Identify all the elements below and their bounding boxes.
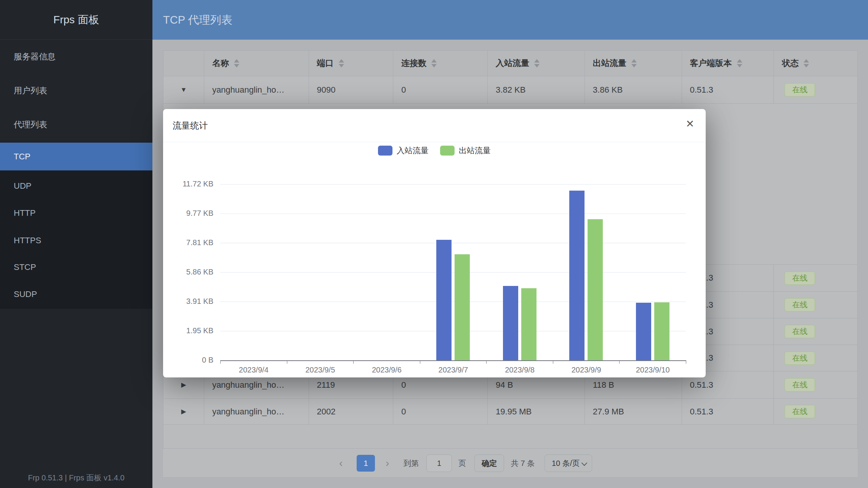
outbound-bar-2023/9/9 [588,219,603,360]
port-cell: 2002 [309,399,394,424]
status-badge: 在线 [785,271,815,285]
y-axis-tick-label: 11.72 KB [168,180,213,188]
sort-icon[interactable] [234,59,239,67]
status-badge: 在线 [785,325,815,338]
sort-icon[interactable] [631,59,637,67]
sidebar-item-label: 用户列表 [14,86,47,95]
status-cell: 在线 [774,399,857,424]
name-cell: yanghuanglin_ho… [204,399,309,424]
x-axis-tick [287,360,287,364]
status-cell: 在线 [774,265,857,291]
sidebar-item-user-list[interactable]: 用户列表 [0,77,152,104]
sort-icon[interactable] [737,59,742,67]
x-axis-tick-label: 2023/9/4 [220,366,287,374]
expand-row-icon[interactable]: ▶ [181,408,186,416]
prev-page-button[interactable]: ‹ [339,458,343,469]
column-header-客户端版本[interactable]: 客户端版本 [682,51,774,76]
outbound-bar-2023/9/10 [654,302,669,360]
traffic_in-cell: 3.82 KB [488,76,585,103]
column-label: 出站流量 [593,58,626,69]
x-axis-tick-label: 2023/9/7 [420,366,487,374]
top-header-bar: TCP 代理列表 [152,0,868,40]
gridline [220,214,686,214]
status-badge: 在线 [785,298,815,311]
status-badge: 在线 [785,83,815,96]
status-cell: 在线 [774,292,857,318]
sidebar-item-https[interactable]: HTTPS [0,226,152,254]
page-size-value: 10 条/页 [552,459,580,467]
traffic_out-cell: 27.9 MB [585,399,682,424]
status-cell: 在线 [774,345,857,371]
x-axis-tick [553,360,553,364]
traffic-bar-chart: 11.72 KB9.77 KB7.81 KB5.86 KB3.91 KB1.95… [163,109,706,377]
table-header-row: 名称端口连接数入站流量出站流量客户端版本状态 [163,51,857,76]
connections-cell: 0 [393,399,488,424]
gridline [220,184,686,185]
outbound-bar-2023/9/8 [521,288,536,360]
column-label: 名称 [212,58,229,69]
y-axis-tick-label: 3.91 KB [168,297,213,306]
gridline [220,272,686,273]
y-axis-tick-label: 0 B [168,356,213,364]
status-cell: 在线 [774,318,857,345]
x-axis-tick [353,360,354,364]
x-axis-tick [420,360,420,364]
x-axis-tick-label: 2023/9/8 [487,366,553,374]
status-cell: 在线 [774,371,857,398]
client_version-cell: 0.51.3 [682,76,774,103]
x-axis-tick [686,360,686,364]
page-size-select[interactable]: 10 条/页 [545,454,592,472]
column-header-端口[interactable]: 端口 [309,51,394,76]
sidebar-item-server-info[interactable]: 服务器信息 [0,43,152,71]
y-axis-tick-label: 7.81 KB [168,238,213,247]
column-header-状态[interactable]: 状态 [774,51,857,76]
column-header-连接数[interactable]: 连接数 [393,51,488,76]
sidebar-item-http[interactable]: HTTP [0,199,152,227]
column-header-入站流量[interactable]: 入站流量 [488,51,585,76]
sort-icon[interactable] [431,59,437,67]
gridline [220,302,686,302]
sidebar-item-label: 服务器信息 [14,52,56,61]
table-bottom-padding [163,425,857,449]
goto-label: 到第 [404,458,419,468]
connections-cell: 0 [393,76,488,103]
client_version-cell: 0.51.3 [682,399,774,424]
page-number-input[interactable]: 1 [426,454,452,472]
status-badge: 在线 [785,378,815,392]
sidebar: Frps 面板 服务器信息 用户列表 代理列表 TCP UDP HTTP HTT… [0,0,152,488]
traffic_in-cell: 19.95 MB [488,399,585,424]
x-axis-tick [486,360,487,364]
table-row[interactable]: ▼yanghuanglin_ho…909003.82 KB3.86 KB0.51… [163,76,857,104]
page-unit-label: 页 [458,458,466,468]
sort-icon[interactable] [534,59,540,67]
column-label: 端口 [317,58,334,69]
sidebar-item-proxy-list[interactable]: 代理列表 [0,111,152,138]
column-header-名称[interactable]: 名称 [204,51,309,76]
sort-icon[interactable] [339,59,344,67]
collapse-row-icon[interactable]: ▼ [181,86,187,94]
status-cell: 在线 [774,76,857,103]
y-axis-tick-label: 5.86 KB [168,268,213,276]
column-header-出站流量[interactable]: 出站流量 [585,51,682,76]
sidebar-item-tcp[interactable]: TCP [0,143,152,170]
next-page-button[interactable]: › [386,458,389,469]
x-axis-tick-label: 2023/9/9 [553,366,620,374]
status-badge: 在线 [785,405,815,418]
x-axis-tick [220,360,221,364]
sidebar-item-label: 代理列表 [14,120,47,129]
inbound-bar-2023/9/7 [436,240,452,360]
sort-icon[interactable] [804,59,809,67]
y-axis-tick-label: 9.77 KB [168,209,213,218]
column-label: 客户端版本 [690,58,732,69]
sidebar-item-sudp[interactable]: SUDP [0,280,152,308]
x-axis-tick-label: 2023/9/6 [353,366,420,374]
table-row[interactable]: ▶yanghuanglin_ho…2002019.95 MB27.9 MB0.5… [163,399,857,425]
confirm-button[interactable]: 确定 [474,454,504,472]
inbound-bar-2023/9/8 [503,286,518,360]
x-axis-tick-label: 2023/9/10 [620,366,686,374]
sidebar-item-stcp[interactable]: STCP [0,253,152,281]
page-title: TCP 代理列表 [163,0,232,40]
expand-row-icon[interactable]: ▶ [181,381,186,389]
page-1-button[interactable]: 1 [357,455,375,472]
sidebar-item-udp[interactable]: UDP [0,172,152,200]
